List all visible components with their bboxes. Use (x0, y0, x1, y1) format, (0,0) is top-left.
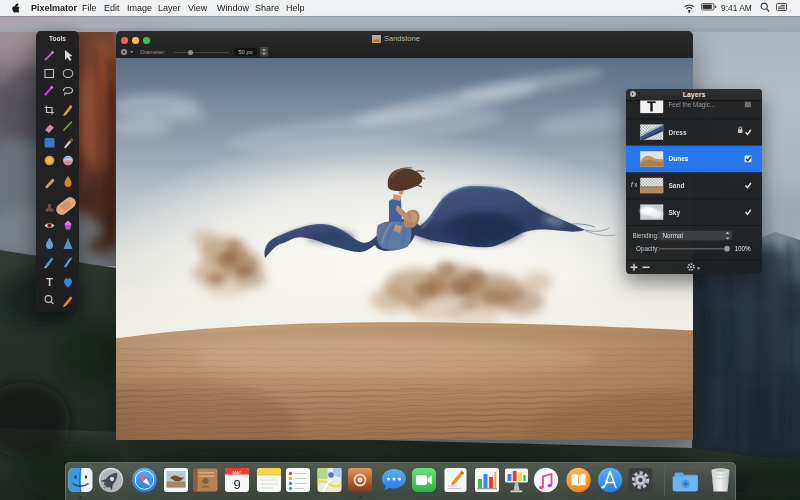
svg-text:Dress: Dress (669, 129, 687, 136)
svg-text:T: T (46, 276, 53, 288)
svg-text:x: x (634, 181, 638, 188)
svg-text:Sky: Sky (669, 209, 681, 217)
svg-text:Opacity:: Opacity: (636, 245, 659, 253)
svg-text:Dunes: Dunes (669, 155, 689, 162)
svg-text:100%: 100% (735, 245, 752, 252)
svg-text:Feel the Magic...: Feel the Magic... (669, 101, 716, 109)
svg-text:Sand: Sand (669, 182, 685, 189)
svg-text:9: 9 (233, 477, 240, 492)
svg-text:Normal: Normal (663, 232, 683, 239)
svg-text:Blending:: Blending: (633, 232, 660, 240)
svg-text:MAY: MAY (233, 470, 242, 475)
